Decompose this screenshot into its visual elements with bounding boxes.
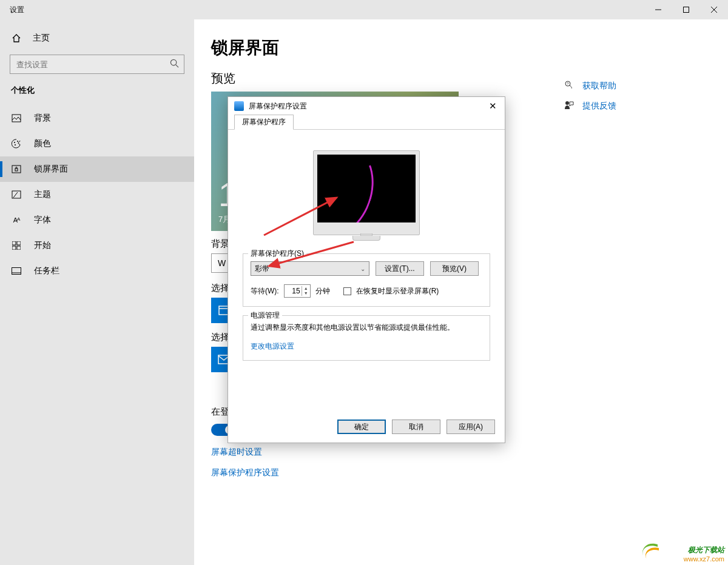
svg-rect-13	[12, 241, 16, 245]
svg-point-24	[565, 101, 569, 105]
bg-dropdown-value: W	[218, 258, 226, 268]
svg-point-7	[14, 142, 15, 143]
sidebar-item-background[interactable]: 背景	[0, 105, 194, 131]
sidebar-item-label: 主题	[34, 189, 51, 200]
link-get-help[interactable]: ? 获取帮助	[564, 80, 710, 92]
dialog-title: 屏幕保护程序设置	[249, 101, 307, 112]
watermark-line1: 极光下载站	[684, 545, 724, 555]
wait-label: 等待(W):	[251, 286, 279, 296]
sidebar-item-start[interactable]: 开始	[0, 233, 194, 258]
chevron-down-icon: ⌄	[360, 266, 365, 272]
home-label: 主页	[33, 33, 50, 44]
power-group-legend: 电源管理	[248, 310, 282, 321]
apply-button[interactable]: 应用(A)	[447, 420, 495, 434]
dialog-titlebar: 屏幕保护程序设置 ✕	[228, 97, 505, 115]
svg-rect-1	[684, 7, 689, 13]
maximize-button[interactable]	[672, 0, 700, 19]
svg-rect-16	[17, 246, 21, 250]
sidebar-item-theme[interactable]: 主题	[0, 182, 194, 207]
sidebar-item-label: 开始	[34, 240, 51, 251]
feedback-icon	[564, 100, 575, 112]
sidebar-item-font[interactable]: AA 字体	[0, 207, 194, 233]
dialog-footer: 确定 取消 应用(A)	[228, 413, 505, 443]
link-screensaver-settings[interactable]: 屏幕保护程序设置	[211, 467, 709, 478]
taskbar-icon	[11, 267, 22, 275]
watermark-logo	[639, 542, 661, 560]
start-icon	[11, 241, 22, 250]
resume-checkbox-label: 在恢复时显示登录屏幕(R)	[356, 286, 439, 296]
power-group: 电源管理 通过调整显示亮度和其他电源设置以节省能源或提供最佳性能。 更改电源设置	[243, 315, 490, 361]
screensaver-group: 屏幕保护程序(S) 彩带 ⌄ 设置(T)... 预览(V) 等待(W):	[243, 253, 490, 307]
svg-point-4	[170, 59, 176, 65]
dialog-tabs: 屏幕保护程序	[228, 115, 505, 130]
help-links: ? 获取帮助 提供反馈	[564, 80, 710, 120]
cancel-button[interactable]: 取消	[392, 420, 440, 434]
sidebar-item-label: 背景	[34, 113, 51, 124]
search-box[interactable]	[10, 55, 184, 74]
screensaver-group-legend: 屏幕保护程序(S)	[248, 249, 306, 259]
spinner-arrows[interactable]: ▲▼	[302, 286, 310, 296]
nav-list: 背景 颜色 锁屏界面 主题 AA 字体 开始	[0, 105, 194, 284]
help-icon: ?	[564, 80, 575, 92]
dialog-icon	[234, 101, 244, 111]
svg-rect-11	[15, 169, 18, 171]
screensaver-dialog: 屏幕保护程序设置 ✕ 屏幕保护程序 屏幕保护程序(S) 彩带 ⌄	[228, 96, 505, 443]
link-feedback-label: 提供反馈	[582, 101, 616, 112]
font-icon: AA	[11, 216, 22, 224]
link-feedback[interactable]: 提供反馈	[564, 100, 710, 112]
sidebar-item-label: 任务栏	[34, 266, 59, 276]
minimize-button[interactable]	[644, 0, 672, 19]
screensaver-combo[interactable]: 彩带 ⌄	[251, 261, 369, 276]
screensaver-combo-value: 彩带	[255, 264, 269, 274]
screensaver-preview-button[interactable]: 预览(V)	[430, 261, 479, 276]
wait-spinner[interactable]: ▲▼	[284, 284, 311, 298]
svg-rect-10	[12, 165, 21, 173]
sidebar-item-label: 锁屏界面	[34, 164, 68, 175]
close-button[interactable]	[700, 0, 728, 19]
svg-point-8	[15, 144, 16, 145]
sidebar: 主页 个性化 背景 颜色 锁屏界面 主题	[0, 19, 194, 565]
tab-screensaver[interactable]: 屏幕保护程序	[234, 115, 294, 130]
svg-rect-15	[12, 246, 16, 250]
dialog-close-button[interactable]: ✕	[484, 101, 501, 112]
sidebar-item-label: 字体	[34, 215, 51, 226]
svg-line-5	[176, 65, 178, 67]
search-input[interactable]	[16, 60, 170, 69]
window-title: 设置	[10, 5, 24, 15]
sidebar-item-taskbar[interactable]: 任务栏	[0, 258, 194, 284]
watermark-line2: www.xz7.com	[684, 555, 724, 563]
home-icon	[11, 33, 22, 43]
home-link[interactable]: 主页	[0, 27, 194, 50]
wait-unit: 分钟	[315, 286, 330, 296]
watermark: 极光下载站 www.xz7.com	[684, 545, 724, 563]
image-icon	[11, 113, 22, 123]
resume-checkbox[interactable]	[343, 287, 351, 295]
sidebar-item-lockscreen[interactable]: 锁屏界面	[0, 156, 194, 182]
search-icon	[170, 59, 179, 70]
theme-icon	[11, 190, 22, 199]
svg-text:?: ?	[567, 82, 569, 85]
sidebar-item-label: 颜色	[34, 138, 51, 149]
section-label: 个性化	[0, 82, 194, 102]
ok-button[interactable]: 确定	[337, 420, 386, 434]
sidebar-item-color[interactable]: 颜色	[0, 131, 194, 156]
screensaver-preview-monitor	[313, 150, 420, 235]
svg-rect-17	[12, 268, 21, 275]
palette-icon	[11, 139, 22, 149]
lock-icon	[11, 164, 22, 174]
window-controls	[644, 0, 728, 19]
link-screen-timeout[interactable]: 屏幕超时设置	[211, 447, 709, 458]
titlebar: 设置	[0, 0, 728, 19]
svg-rect-14	[17, 241, 21, 245]
link-get-help-label: 获取帮助	[582, 81, 616, 92]
power-settings-link[interactable]: 更改电源设置	[251, 341, 294, 352]
power-desc: 通过调整显示亮度和其他电源设置以节省能源或提供最佳性能。	[251, 322, 482, 333]
page-title: 锁屏界面	[211, 36, 709, 59]
svg-point-9	[17, 141, 18, 142]
screensaver-settings-button[interactable]: 设置(T)...	[376, 261, 424, 276]
wait-input[interactable]	[285, 287, 302, 295]
